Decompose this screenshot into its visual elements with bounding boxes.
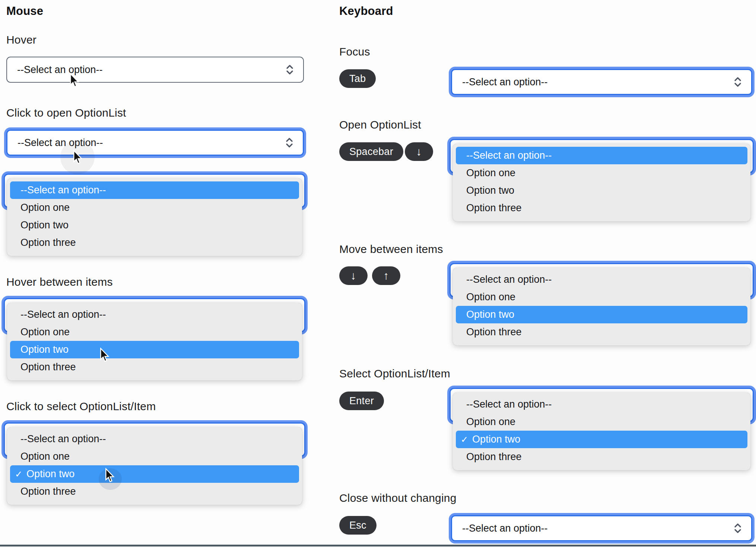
select-close[interactable]: --Select an option-- — [451, 515, 752, 541]
option-label: --Select an option-- — [20, 433, 106, 444]
arrow-down-key-badge: ↓ — [339, 266, 368, 285]
section-title-close: Close without changing — [339, 492, 457, 504]
section-title-focus: Focus — [339, 45, 370, 58]
option-item[interactable]: Option one — [453, 413, 750, 431]
optionlist-hover-items: --Select an option--Option oneOption two… — [4, 298, 305, 380]
option-item[interactable]: --Select an option-- — [453, 396, 750, 413]
section-title-open: Open OptionList — [339, 118, 421, 131]
option-item[interactable]: Option three — [7, 358, 302, 376]
option-item[interactable]: --Select an option-- — [453, 271, 750, 288]
option-item[interactable]: --Select an option-- — [7, 306, 302, 323]
option-label: --Select an option-- — [466, 150, 552, 161]
option-label: Option three — [20, 361, 76, 373]
option-list-panel: --Select an option--Option one✓Option tw… — [453, 393, 750, 470]
section-title-select-item: Select OptionList/Item — [339, 367, 450, 380]
key-badge-esc: Esc — [339, 516, 377, 535]
option-label: --Select an option-- — [466, 274, 552, 285]
option-label: Option three — [466, 326, 522, 338]
option-label: --Select an option-- — [466, 399, 552, 410]
mouse-column-title: Mouse — [6, 4, 43, 18]
section-title-click-select: Click to select OptionList/Item — [6, 400, 156, 413]
optionlist-kb-select: --Select an option--Option one✓Option tw… — [450, 388, 754, 470]
arrow-down-key-badge: ↓ — [405, 142, 433, 161]
key-badge-spacebar: Spacebar — [339, 142, 403, 161]
option-label: --Select an option-- — [20, 184, 106, 196]
optionlist-click-select: --Select an option--Option one✓Option tw… — [4, 422, 305, 505]
option-item[interactable]: Option two — [7, 216, 302, 234]
option-item[interactable]: --Select an option-- — [10, 181, 299, 199]
select-click-open[interactable]: --Select an option-- — [6, 130, 304, 156]
keyboard-column-title: Keyboard — [339, 4, 393, 18]
select-value: --Select an option-- — [462, 523, 548, 534]
option-item[interactable]: Option three — [453, 323, 750, 341]
option-label: Option one — [20, 202, 70, 213]
option-list-panel: --Select an option--Option oneOption two… — [453, 144, 750, 221]
option-label: Option two — [20, 219, 69, 231]
optionlist-click-open: --Select an option--Option oneOption two… — [4, 174, 305, 256]
option-item[interactable]: --Select an option-- — [456, 147, 747, 164]
option-label: Option three — [20, 486, 76, 497]
updown-stepper-icon — [733, 522, 742, 534]
mouse-cursor-icon — [104, 468, 115, 484]
option-label: Option one — [466, 167, 515, 178]
option-item[interactable]: Option three — [7, 483, 302, 500]
mouse-cursor-icon — [68, 73, 79, 89]
key-badge-tab: Tab — [339, 69, 376, 88]
select-value: --Select an option-- — [17, 64, 103, 76]
option-list-panel: --Select an option--Option oneOption two… — [7, 303, 302, 380]
option-item[interactable]: Option three — [453, 448, 750, 466]
optionlist-kb-move: --Select an option--Option oneOption two… — [450, 263, 754, 345]
option-item[interactable]: ✓Option two — [456, 431, 747, 448]
mouse-cursor-icon — [72, 150, 83, 165]
key-badge-enter: Enter — [339, 392, 384, 410]
option-label: Option one — [466, 416, 515, 427]
arrow-up-key-badge: ↑ — [372, 266, 400, 285]
option-label: Option one — [20, 326, 70, 338]
select-hover[interactable]: --Select an option-- — [6, 57, 304, 83]
option-item[interactable]: --Select an option-- — [7, 430, 302, 448]
select-focus[interactable]: --Select an option-- — [451, 69, 752, 95]
option-item[interactable]: Option one — [7, 323, 302, 341]
option-list-panel: --Select an option--Option one✓Option tw… — [7, 427, 302, 505]
option-label: Option one — [20, 451, 70, 462]
option-list-panel: --Select an option--Option oneOption two… — [453, 268, 750, 345]
option-item[interactable]: Option one — [453, 288, 750, 306]
option-label: Option one — [466, 291, 515, 302]
select-value: --Select an option-- — [462, 76, 548, 88]
option-item[interactable]: Option three — [453, 199, 750, 217]
option-item[interactable]: Option two — [453, 182, 750, 199]
updown-stepper-icon — [285, 64, 294, 76]
section-title-move: Move between items — [339, 243, 443, 256]
updown-stepper-icon — [285, 137, 294, 149]
option-label: Option two — [466, 185, 514, 196]
optionlist-kb-open: --Select an option--Option oneOption two… — [450, 139, 754, 221]
section-title-hover-items: Hover between items — [6, 276, 113, 288]
section-title-click-open: Click to open OptionList — [6, 107, 126, 119]
option-label: Option three — [466, 451, 522, 462]
option-label: Option three — [20, 237, 76, 248]
option-label: --Select an option-- — [20, 309, 106, 320]
option-label: Option three — [466, 202, 522, 213]
option-label: Option two — [472, 434, 520, 445]
option-label: Option two — [466, 309, 514, 320]
section-title-hover: Hover — [6, 34, 36, 46]
option-item[interactable]: ✓Option two — [10, 465, 299, 483]
option-item[interactable]: Option one — [453, 164, 750, 182]
page-bottom-divider — [0, 545, 756, 547]
option-item[interactable]: Option two — [10, 341, 299, 358]
option-list-panel: --Select an option--Option oneOption two… — [7, 178, 302, 256]
option-item[interactable]: Option one — [7, 448, 302, 465]
checkmark-icon: ✓ — [15, 469, 22, 479]
option-label: Option two — [20, 344, 69, 355]
mouse-cursor-icon — [98, 348, 109, 363]
option-label: Option two — [26, 468, 74, 479]
option-item[interactable]: Option three — [7, 234, 302, 251]
option-item[interactable]: Option two — [456, 306, 747, 323]
updown-stepper-icon — [733, 76, 742, 88]
checkmark-icon: ✓ — [461, 434, 468, 444]
option-item[interactable]: Option one — [7, 199, 302, 216]
